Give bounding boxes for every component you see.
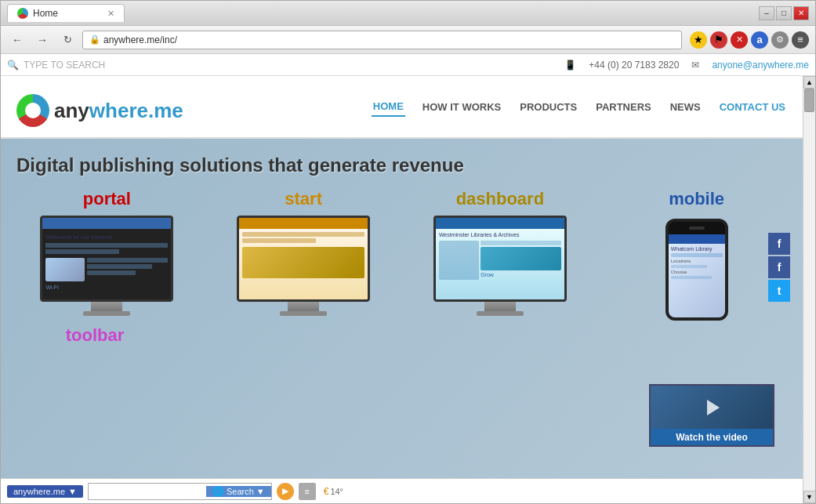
phone-speaker [689, 227, 705, 230]
dashboard-monitor: Westminster Libraries & Archives Grow [433, 216, 567, 316]
bottom-search-input[interactable] [89, 484, 206, 499]
toolbar-label: toolbar [16, 325, 173, 346]
mobile-device-wrap: Whatcom Library Locations Choose [665, 219, 728, 321]
browser-toolbar-icons: ★ ⚑ ✕ a ⚙ ≡ [690, 31, 809, 49]
dash-img [481, 247, 561, 270]
logo-inner [25, 103, 41, 118]
portal-screen-bar [42, 218, 171, 229]
menu-icon[interactable]: ≡ [792, 31, 809, 49]
browser-tab[interactable]: Home ✕ [7, 4, 125, 22]
stop-icon[interactable]: ✕ [731, 31, 748, 49]
toolbar-row: toolbar [16, 325, 787, 349]
watch-video-button[interactable]: Watch the video [651, 429, 773, 446]
dash-screen-bar [436, 218, 564, 229]
start-screen-bar [239, 218, 368, 229]
main-nav: HOME HOW IT WORKS PRODUCTS PARTNERS NEWS… [372, 97, 787, 125]
dash-stand [484, 302, 516, 311]
nav-partners[interactable]: PARTNERS [594, 98, 653, 116]
portal-screen: Welcome to our intranet [40, 216, 173, 302]
dash-left [439, 241, 479, 280]
toolbar-section: toolbar [1, 321, 803, 352]
dash-base [477, 311, 524, 316]
settings-icon[interactable]: ⚙ [771, 31, 789, 49]
start-monitor [237, 216, 370, 316]
address-arrow-icon: ▼ [68, 487, 77, 496]
start-row-1 [242, 232, 364, 237]
portal-base [83, 311, 130, 316]
search-down-icon: ▼ [256, 487, 265, 496]
dash-screen-content: Westminster Libraries & Archives Grow [436, 229, 564, 283]
facebook2-button[interactable]: f [768, 256, 790, 278]
refresh-button[interactable]: ↻ [57, 31, 78, 49]
browser-a-icon[interactable]: a [751, 31, 768, 49]
search-magnifier-icon: 🔍 [7, 60, 19, 71]
star-icon[interactable]: ★ [690, 31, 707, 49]
start-base [280, 311, 327, 316]
video-play-icon [707, 400, 720, 415]
back-button[interactable]: ← [7, 31, 27, 49]
facebook-button[interactable]: f [768, 233, 790, 255]
url-bar[interactable]: 🔒 anywhere.me/inc/ [82, 31, 682, 49]
start-screen-content [239, 229, 368, 281]
product-start-label: start [285, 189, 322, 209]
url-lock-icon: 🔒 [89, 34, 100, 45]
hero-section: Digital publishing solutions that genera… [1, 139, 803, 478]
chrome-window: Home ✕ – □ ✕ ← → ↻ 🔒 anywhere.me/inc/ ★ … [0, 0, 816, 504]
content-area: anywhere.me HOME HOW IT WORKS PRODUCTS P… [1, 76, 815, 503]
search-placeholder[interactable]: TYPE TO SEARCH [24, 60, 105, 71]
screen-row-1 [45, 243, 168, 248]
forward-button[interactable]: → [32, 31, 53, 49]
logo: anywhere.me [16, 94, 183, 127]
currency-icon: € [324, 486, 329, 497]
social-sidebar: f f t [768, 233, 790, 302]
close-button[interactable]: ✕ [793, 6, 809, 20]
minimize-button[interactable]: – [759, 6, 774, 20]
hero-content: Digital publishing solutions that genera… [1, 139, 803, 189]
nav-bar: ← → ↻ 🔒 anywhere.me/inc/ ★ ⚑ ✕ a ⚙ ≡ [1, 26, 815, 54]
nav-contact[interactable]: CONTACT US [718, 98, 787, 116]
currency-widget: € 14° [324, 486, 343, 497]
browser-search-bar: 🔍 TYPE TO SEARCH 📱 +44 (0) 20 7183 2820 … [1, 54, 815, 76]
title-bar: Home ✕ – □ ✕ [1, 1, 815, 26]
tab-title: Home [33, 8, 58, 19]
video-widget[interactable]: Watch the video [649, 384, 774, 447]
toolbar-icon-2[interactable]: ≡ [299, 483, 316, 500]
nav-news[interactable]: NEWS [669, 98, 702, 116]
currency-value: 14° [330, 487, 343, 496]
product-start[interactable]: start [213, 189, 394, 321]
phone-icon: 📱 [564, 60, 576, 71]
logo-text: anywhere.me [54, 99, 183, 123]
hero-title: Digital publishing solutions that genera… [16, 154, 787, 176]
sr2 [87, 264, 151, 269]
product-portal[interactable]: portal Welcome to our intranet [16, 189, 198, 321]
scroll-up-button[interactable]: ▲ [803, 76, 816, 89]
sr1 [87, 258, 168, 263]
logo-dotme: .me [148, 99, 183, 122]
site-content: anywhere.me HOME HOW IT WORKS PRODUCTS P… [1, 76, 803, 503]
dr1 [481, 241, 561, 245]
search-button[interactable]: 🌐 Search ▼ [206, 486, 271, 497]
sr3 [87, 270, 136, 275]
nav-home[interactable]: HOME [372, 97, 405, 117]
phone-top [669, 222, 725, 234]
address-dropdown[interactable]: anywhere.me ▼ [7, 485, 83, 498]
logo-circle-icon [16, 94, 49, 127]
scrollbar[interactable]: ▲ ▼ [803, 76, 815, 503]
flag-icon[interactable]: ⚑ [710, 31, 727, 49]
maximize-button[interactable]: □ [776, 6, 792, 20]
product-dashboard[interactable]: dashboard Westminster Libraries & Archiv… [410, 189, 591, 321]
scrollbar-thumb[interactable] [804, 89, 814, 112]
toolbar-icon-1[interactable]: ▶ [277, 483, 294, 500]
nav-products[interactable]: PRODUCTS [518, 98, 578, 116]
mobile-phone: Whatcom Library Locations Choose [665, 219, 728, 321]
tab-close-button[interactable]: ✕ [107, 9, 114, 19]
scroll-down-button[interactable]: ▼ [803, 491, 816, 503]
toolbar-item[interactable]: toolbar [16, 325, 173, 349]
product-dashboard-label: dashboard [456, 189, 544, 209]
product-mobile[interactable]: mobile Whatcom Library [606, 189, 787, 321]
twitter-button[interactable]: t [768, 280, 790, 302]
start-stand [288, 302, 319, 311]
portal-screen-content: Welcome to our intranet [42, 229, 171, 293]
product-mobile-label: mobile [669, 189, 724, 209]
nav-how-it-works[interactable]: HOW IT WORKS [421, 98, 502, 116]
